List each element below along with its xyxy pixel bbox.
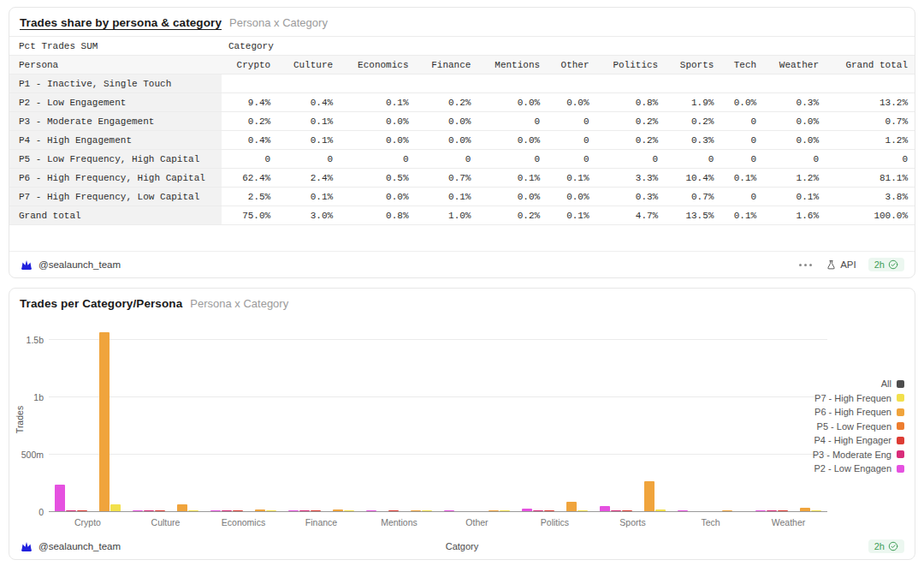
value-cell: 0.0%: [763, 131, 826, 150]
chart-bar[interactable]: [266, 510, 276, 512]
chart-bar[interactable]: [678, 510, 688, 512]
chart-bar[interactable]: [522, 509, 532, 511]
chart-bar[interactable]: [255, 509, 265, 511]
chart-bar[interactable]: [155, 510, 165, 512]
chart-bar[interactable]: [500, 510, 510, 512]
persona-cell: P6 - High Frequency, High Capital: [9, 169, 222, 188]
legend-item[interactable]: P7 - High Frequen: [814, 393, 904, 403]
chart-bar[interactable]: [344, 510, 354, 512]
column-header: Culture: [277, 56, 340, 74]
chart-bar[interactable]: [655, 509, 666, 511]
x-tick-label: Sports: [594, 517, 672, 527]
refresh-age-badge[interactable]: 2h: [868, 258, 904, 271]
chart-bar[interactable]: [622, 510, 632, 512]
value-cell: 0.2%: [477, 206, 547, 225]
x-axis-title: Catgory: [9, 541, 915, 551]
table-panel-subtitle: Persona x Category: [229, 16, 328, 29]
x-tick-label: Finance: [282, 517, 360, 527]
x-tick-label: Crypto: [49, 517, 127, 527]
legend-label: P6 - High Frequen: [814, 407, 891, 417]
chart-bar[interactable]: [444, 510, 454, 512]
value-cell: [222, 74, 277, 93]
legend-item[interactable]: P5 - Low Frequen: [817, 421, 904, 432]
value-cell: [416, 74, 478, 93]
chart-bar[interactable]: [288, 510, 299, 512]
column-header: Weather: [763, 56, 826, 74]
author-handle[interactable]: @sealaunch_team: [38, 259, 121, 270]
row-dimension-label: Persona: [9, 56, 222, 74]
value-cell: 0.1%: [416, 188, 478, 206]
chart-bar[interactable]: [778, 510, 788, 512]
value-cell: 0.3%: [763, 93, 826, 112]
table-panel-title[interactable]: Trades share by persona & category: [20, 16, 222, 29]
chart-bar[interactable]: [210, 510, 221, 512]
chart-bar[interactable]: [489, 510, 499, 512]
chart-bar[interactable]: [755, 510, 766, 512]
table-panel-footer: @sealaunch_team API 2h: [9, 251, 915, 277]
chart-bar[interactable]: [133, 510, 143, 512]
api-button[interactable]: API: [826, 259, 856, 271]
chart-bar[interactable]: [533, 510, 543, 512]
chart-bar[interactable]: [600, 506, 610, 511]
refresh-age-badge[interactable]: 2h: [868, 539, 904, 553]
chart-bar[interactable]: [77, 510, 87, 512]
legend-item[interactable]: P3 - Moderate Eng: [813, 450, 904, 460]
chart-bar[interactable]: [811, 510, 821, 512]
column-header: Tech: [720, 56, 763, 74]
chart-panel-footer: @sealaunch_team Catgory 2h: [9, 536, 915, 559]
chart-bar[interactable]: [800, 508, 810, 511]
chart-bar[interactable]: [311, 510, 321, 512]
value-cell: 0: [763, 150, 826, 169]
check-circle-icon: [888, 541, 898, 551]
legend-item[interactable]: P6 - High Frequen: [814, 407, 904, 417]
chart-bar[interactable]: [55, 485, 65, 511]
chart-bar[interactable]: [188, 510, 198, 512]
value-cell: 1.6%: [763, 206, 826, 225]
chart-bar[interactable]: [388, 510, 399, 512]
table-panel-header: Trades share by persona & category Perso…: [9, 8, 915, 36]
table-row: Grand total75.0%3.0%0.8%1.0%0.2%0.1%4.7%…: [9, 206, 915, 225]
chart-bar[interactable]: [66, 510, 76, 512]
value-cell: 0.2%: [665, 112, 720, 131]
chart-bar[interactable]: [644, 481, 654, 511]
chart-bar[interactable]: [578, 510, 588, 512]
value-cell: 0.5%: [340, 169, 415, 188]
chart-bar[interactable]: [233, 510, 243, 512]
chart-bar[interactable]: [333, 509, 343, 511]
plot-area: [49, 329, 827, 512]
legend-label: P3 - Moderate Eng: [813, 450, 891, 460]
value-cell: 0.1%: [340, 93, 415, 112]
chart-bar[interactable]: [110, 504, 121, 511]
chart-bar[interactable]: [222, 510, 232, 512]
chart-bar[interactable]: [99, 332, 110, 511]
chart-bar[interactable]: [144, 510, 154, 512]
chart-bar[interactable]: [411, 510, 421, 512]
value-cell: 0: [547, 112, 595, 131]
value-cell: 0.1%: [547, 206, 595, 225]
chart-bar[interactable]: [177, 504, 187, 511]
value-cell: 0.0%: [477, 93, 547, 112]
chart-bar[interactable]: [366, 510, 376, 512]
value-cell: [826, 74, 915, 93]
value-cell: [477, 74, 547, 93]
value-cell: 0.0%: [763, 112, 826, 131]
legend-item[interactable]: All: [881, 378, 904, 389]
x-tick-label: Politics: [516, 517, 594, 527]
more-menu-icon[interactable]: [797, 261, 814, 269]
legend-item[interactable]: P2 - Low Engagen: [814, 463, 904, 474]
author-handle[interactable]: @sealaunch_team: [38, 541, 121, 551]
flask-icon: [826, 259, 837, 271]
x-tick-label: Mentions: [360, 517, 438, 527]
chart-bar[interactable]: [544, 510, 554, 512]
value-cell: 0.1%: [477, 169, 547, 188]
chart-bar[interactable]: [422, 510, 432, 512]
chart-bar[interactable]: [767, 510, 777, 512]
chart-bar[interactable]: [299, 510, 310, 512]
chart-bar[interactable]: [611, 510, 621, 512]
value-cell: 0: [720, 188, 763, 206]
value-cell: 0: [340, 150, 415, 169]
legend-label: All: [881, 378, 891, 389]
chart-bar[interactable]: [566, 502, 577, 511]
chart-bar[interactable]: [722, 510, 732, 512]
legend-item[interactable]: P4 - High Engager: [814, 435, 905, 445]
